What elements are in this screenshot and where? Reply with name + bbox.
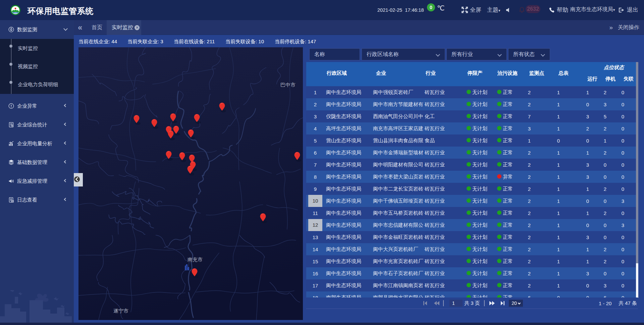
svg-text:遂宁市: 遂宁市 <box>113 308 128 314</box>
svg-text:巴中市: 巴中市 <box>280 82 296 88</box>
svg-text:南充市: 南充市 <box>187 257 203 262</box>
